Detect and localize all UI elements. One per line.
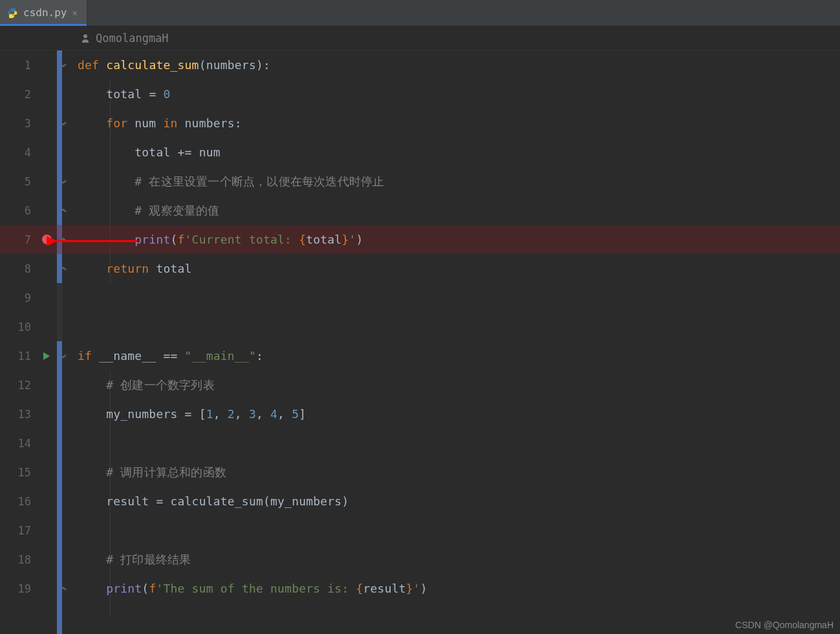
code-text[interactable]: return total: [70, 263, 192, 275]
code-line[interactable]: 4 total += num: [0, 138, 840, 167]
run-gutter-icon[interactable]: [43, 352, 50, 360]
code-line[interactable]: 13 my_numbers = [1, 2, 3, 4, 5]: [0, 399, 840, 428]
fold-up-icon: [60, 586, 67, 592]
code-text[interactable]: for num in numbers:: [70, 118, 242, 129]
file-tab-csdn[interactable]: csdn.py ×: [0, 0, 87, 25]
fold-gutter[interactable]: [57, 62, 70, 69]
fold-gutter[interactable]: [57, 237, 70, 243]
breakpoint-icon[interactable]: [42, 235, 52, 244]
line-number[interactable]: 8: [0, 262, 36, 275]
code-line[interactable]: 18 # 打印最终结果: [0, 545, 840, 574]
code-text[interactable]: print(f'Current total: {total}'): [70, 234, 363, 246]
fold-down-icon: [60, 120, 67, 127]
fold-gutter[interactable]: [57, 353, 70, 359]
code-line[interactable]: 16 result = calculate_sum(my_numbers): [0, 487, 840, 516]
code-text[interactable]: my_numbers = [1, 2, 3, 4, 5]: [70, 408, 306, 420]
code-text[interactable]: # 打印最终结果: [70, 554, 191, 565]
code-text[interactable]: # 创建一个数字列表: [70, 379, 215, 391]
code-line[interactable]: 2 total = 0: [0, 79, 840, 109]
author-name: QomolangmaH: [96, 32, 169, 45]
fold-down-icon: [60, 353, 67, 359]
code-line[interactable]: 5 # 在这里设置一个断点，以便在每次迭代时停止: [0, 167, 840, 196]
line-number[interactable]: 12: [0, 379, 36, 392]
code-line[interactable]: 7 print(f'Current total: {total}'): [0, 225, 840, 254]
line-number[interactable]: 11: [0, 350, 36, 363]
code-text[interactable]: def calculate_sum(numbers):: [70, 59, 270, 71]
line-number[interactable]: 3: [0, 117, 36, 130]
fold-gutter[interactable]: [57, 266, 70, 272]
tab-bar: csdn.py ×: [0, 0, 840, 26]
fold-gutter[interactable]: [57, 207, 70, 214]
line-number[interactable]: 17: [0, 524, 36, 537]
code-text[interactable]: total = 0: [70, 89, 171, 100]
line-number[interactable]: 4: [0, 146, 36, 159]
gutter-icon-slot[interactable]: [36, 235, 57, 244]
line-number[interactable]: 1: [0, 59, 36, 72]
gutter-icon-slot[interactable]: [36, 352, 57, 360]
fold-down-icon: [60, 62, 67, 69]
author-annotation: QomolangmaH: [0, 26, 840, 50]
person-icon: [80, 33, 91, 43]
line-number[interactable]: 10: [0, 321, 36, 333]
watermark-text: CSDN @QomolangmaH: [735, 620, 834, 630]
python-file-icon: [6, 7, 18, 19]
code-text[interactable]: total += num: [70, 147, 221, 158]
tab-label: csdn.py: [23, 6, 67, 19]
code-line[interactable]: 17: [0, 516, 840, 545]
fold-gutter[interactable]: [57, 120, 70, 127]
line-number[interactable]: 16: [0, 495, 36, 508]
code-text[interactable]: # 观察变量的值: [70, 205, 220, 217]
line-number[interactable]: 7: [0, 233, 36, 246]
code-text[interactable]: # 在这里设置一个断点，以便在每次迭代时停止: [70, 176, 384, 187]
code-line[interactable]: 1def calculate_sum(numbers):: [0, 50, 840, 79]
line-number[interactable]: 14: [0, 437, 36, 450]
line-number[interactable]: 13: [0, 408, 36, 421]
line-number[interactable]: 2: [0, 88, 36, 101]
code-line[interactable]: 15 # 调用计算总和的函数: [0, 458, 840, 487]
line-number[interactable]: 18: [0, 553, 36, 566]
code-line[interactable]: 8 return total: [0, 254, 840, 283]
line-number[interactable]: 6: [0, 204, 36, 217]
fold-up-icon: [60, 266, 67, 272]
code-line[interactable]: 3 for num in numbers:: [0, 109, 840, 138]
line-number[interactable]: 15: [0, 466, 36, 479]
fold-up-icon: [60, 237, 67, 243]
code-text[interactable]: print(f'The sum of the numbers is: {resu…: [70, 583, 427, 595]
code-line[interactable]: 6 # 观察变量的值: [0, 196, 840, 225]
code-line[interactable]: 10: [0, 312, 840, 341]
line-number[interactable]: 5: [0, 175, 36, 188]
fold-gutter[interactable]: [57, 586, 70, 592]
code-text[interactable]: # 调用计算总和的函数: [70, 467, 226, 478]
fold-down-icon: [60, 178, 67, 185]
code-line[interactable]: 11if __name__ == "__main__":: [0, 341, 840, 370]
fold-up-icon: [60, 207, 67, 214]
code-editor[interactable]: 1def calculate_sum(numbers):2 total = 03…: [0, 50, 840, 603]
code-line[interactable]: 19 print(f'The sum of the numbers is: {r…: [0, 574, 840, 603]
line-number[interactable]: 19: [0, 582, 36, 595]
code-text[interactable]: if __name__ == "__main__":: [70, 350, 263, 362]
code-text[interactable]: result = calculate_sum(my_numbers): [70, 496, 349, 507]
code-line[interactable]: 14: [0, 428, 840, 458]
line-number[interactable]: 9: [0, 291, 36, 304]
code-line[interactable]: 12 # 创建一个数字列表: [0, 370, 840, 399]
fold-gutter[interactable]: [57, 178, 70, 185]
close-icon[interactable]: ×: [72, 8, 77, 18]
code-line[interactable]: 9: [0, 283, 840, 312]
